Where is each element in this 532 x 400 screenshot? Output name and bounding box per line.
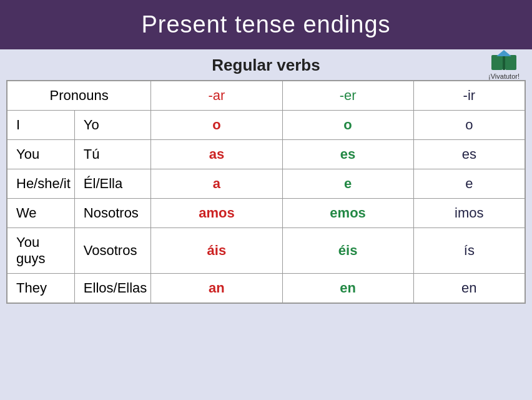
book-icon (490, 50, 518, 72)
cell-ar: amos (151, 199, 282, 228)
svg-rect-0 (491, 55, 503, 70)
cell-english: We (7, 199, 74, 228)
cell-ar: o (151, 111, 282, 140)
cell-spanish: Tú (74, 140, 150, 169)
cell-ir: en (413, 274, 525, 304)
table-header-row: Pronouns -ar -er -ir (7, 81, 525, 111)
cell-ar: áis (151, 228, 282, 274)
cell-ir: ís (413, 228, 525, 274)
cell-ir: e (413, 169, 525, 199)
table-row: TheyEllos/Ellasanenen (7, 274, 525, 304)
svg-rect-1 (505, 55, 516, 70)
cell-spanish: Nosotros (74, 199, 150, 228)
table-body: IYooooYouTúasesesHe/she/itÉl/EllaaeeWeNo… (7, 111, 525, 304)
logo-area: ¡Vivatutor! (488, 50, 520, 80)
cell-spanish: Vosotros (74, 228, 150, 274)
cell-er: es (282, 140, 413, 169)
table-row: You guysVosotrosáiséisís (7, 228, 525, 274)
logo-label: ¡Vivatutor! (488, 72, 520, 80)
cell-er: e (282, 169, 413, 199)
cell-ar: an (151, 274, 282, 304)
cell-english: He/she/it (7, 169, 74, 199)
cell-ir: o (413, 111, 525, 140)
cell-er: o (282, 111, 413, 140)
cell-ir: imos (413, 199, 525, 228)
svg-marker-3 (496, 50, 511, 56)
header-er: -er (282, 81, 413, 111)
cell-english: They (7, 274, 74, 304)
table-row: He/she/itÉl/Ellaaee (7, 169, 525, 199)
cell-er: éis (282, 228, 413, 274)
page-wrapper: Present tense endings Regular verbs ¡Viv… (0, 0, 532, 400)
table-row: YouTúaseses (7, 140, 525, 169)
cell-english: I (7, 111, 74, 140)
cell-ir: es (413, 140, 525, 169)
subtitle-text: Regular verbs (212, 56, 320, 75)
table-row: IYoooo (7, 111, 525, 140)
cell-ar: as (151, 140, 282, 169)
table-row: WeNosotrosamosemosimos (7, 199, 525, 228)
header-pronouns: Pronouns (7, 81, 151, 111)
cell-spanish: Ellos/Ellas (74, 274, 150, 304)
conjugation-table: Pronouns -ar -er -ir IYooooYouTúasesesHe… (6, 80, 526, 304)
cell-spanish: Él/Ella (74, 169, 150, 199)
page-title: Present tense endings (141, 11, 390, 38)
cell-er: en (282, 274, 413, 304)
table-container: Pronouns -ar -er -ir IYooooYouTúasesesHe… (0, 80, 532, 400)
title-bar: Present tense endings (0, 0, 532, 49)
header-ar: -ar (151, 81, 282, 111)
cell-english: You guys (7, 228, 74, 274)
cell-spanish: Yo (74, 111, 150, 140)
header-ir: -ir (413, 81, 525, 111)
subtitle-row: Regular verbs ¡Vivatutor! (0, 49, 532, 80)
cell-ar: a (151, 169, 282, 199)
cell-er: emos (282, 199, 413, 228)
cell-english: You (7, 140, 74, 169)
